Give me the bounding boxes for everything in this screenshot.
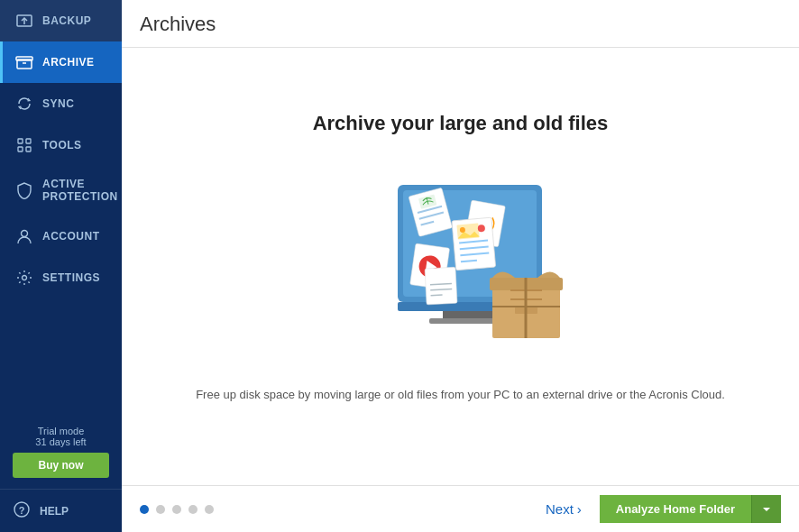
trial-section: Trial mode 31 days left Buy now: [0, 415, 122, 489]
help-icon: ?: [13, 500, 31, 521]
dot-3[interactable]: [172, 505, 181, 514]
svg-rect-36: [425, 267, 457, 305]
svg-rect-3: [16, 57, 32, 60]
sidebar-item-sync-label: SYNC: [42, 97, 74, 110]
sidebar: BACKUP ARCHIVE SYNC: [0, 0, 122, 532]
sidebar-item-backup-label: BACKUP: [42, 14, 91, 27]
page-header: Archives: [122, 0, 799, 48]
archive-illustration: [335, 162, 587, 361]
svg-rect-8: [26, 147, 31, 151]
svg-rect-5: [18, 139, 23, 143]
sidebar-item-active-protection-label: ACTIVEPROTECTION: [42, 178, 118, 204]
svg-point-9: [22, 230, 28, 236]
sidebar-item-account-label: ACCOUNT: [42, 230, 100, 243]
hero-title: Archive your large and old files: [313, 112, 609, 135]
next-chevron-icon: ›: [577, 501, 582, 517]
sidebar-item-active-protection[interactable]: ACTIVEPROTECTION: [0, 166, 122, 216]
main-content: Archives Archive your large and old file…: [122, 0, 799, 532]
analyze-section: Analyze Home Folder: [600, 495, 781, 523]
dot-1[interactable]: [140, 505, 149, 514]
sidebar-item-settings[interactable]: SETTINGS: [0, 257, 122, 298]
help-label: HELP: [40, 505, 69, 518]
sidebar-item-help[interactable]: ? HELP: [0, 489, 122, 532]
next-label: Next: [546, 501, 574, 517]
buy-now-button[interactable]: Buy now: [13, 453, 109, 478]
sidebar-item-tools-label: TOOLS: [42, 139, 82, 151]
svg-line-39: [430, 295, 442, 296]
svg-point-10: [23, 275, 27, 280]
description-text: Free up disk space by moving large or ol…: [196, 386, 725, 404]
shield-icon: [15, 181, 33, 199]
tools-icon: [15, 136, 33, 154]
svg-rect-6: [26, 139, 31, 143]
settings-icon: [15, 269, 33, 287]
account-icon: [15, 227, 33, 245]
next-button[interactable]: Next ›: [546, 501, 582, 517]
sidebar-item-archive-label: ARCHIVE: [42, 56, 95, 69]
sidebar-item-archive[interactable]: ARCHIVE: [0, 41, 122, 83]
svg-text:?: ?: [19, 505, 25, 516]
sync-icon: [15, 95, 33, 113]
svg-rect-7: [18, 147, 23, 151]
dot-2[interactable]: [156, 505, 165, 514]
archive-icon: [15, 53, 33, 71]
pagination-dots: [140, 505, 214, 514]
sidebar-item-account[interactable]: ACCOUNT: [0, 216, 122, 257]
trial-days-label: 31 days left: [13, 436, 109, 447]
sidebar-item-sync[interactable]: SYNC: [0, 83, 122, 124]
backup-icon: [15, 12, 33, 30]
analyze-dropdown-button[interactable]: [751, 495, 781, 523]
sidebar-item-settings-label: SETTINGS: [42, 271, 100, 284]
bottom-bar: Next › Analyze Home Folder: [122, 485, 799, 532]
trial-mode-label: Trial mode: [13, 426, 109, 436]
page-title: Archives: [140, 13, 216, 35]
dot-4[interactable]: [188, 505, 197, 514]
sidebar-item-backup[interactable]: BACKUP: [0, 0, 122, 41]
content-area: Archive your large and old files: [122, 48, 799, 485]
sidebar-item-tools[interactable]: TOOLS: [0, 124, 122, 166]
dot-5[interactable]: [205, 505, 214, 514]
analyze-home-folder-button[interactable]: Analyze Home Folder: [600, 495, 751, 523]
